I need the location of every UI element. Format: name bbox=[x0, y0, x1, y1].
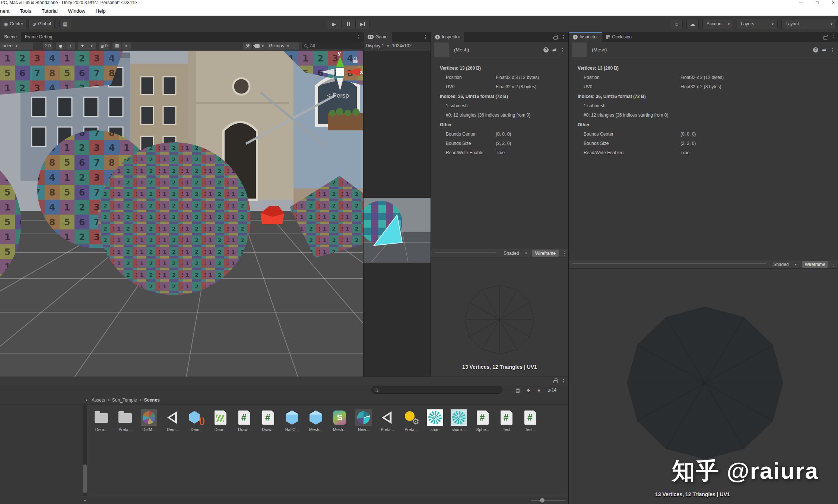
project-folder-tree[interactable] bbox=[0, 405, 83, 496]
project-search-field[interactable] bbox=[371, 386, 502, 394]
mesh-preview[interactable]: 13 Vertices, 12 Triangles | UV1 bbox=[431, 258, 568, 377]
thumbnail-size-slider[interactable] bbox=[531, 500, 565, 501]
filter-by-label-icon[interactable]: ◆ bbox=[527, 387, 530, 393]
menu-component[interactable]: nent bbox=[0, 8, 9, 14]
presets-icon[interactable]: ⇄ bbox=[552, 47, 556, 53]
tree-scrollbar[interactable] bbox=[83, 405, 87, 496]
gizmo-x-label[interactable]: x bbox=[360, 69, 363, 75]
toggle-2d-button[interactable]: 2D bbox=[43, 42, 53, 50]
scrollbar-thumb[interactable] bbox=[83, 465, 87, 493]
pivot-center-button[interactable]: ◉ Center bbox=[0, 19, 27, 29]
project-item[interactable]: Sphe... bbox=[474, 409, 491, 432]
game-menu-kebab-icon[interactable]: ⋮ bbox=[423, 34, 428, 39]
favorites-star-icon[interactable]: ★ bbox=[537, 387, 541, 393]
project-item[interactable]: Dem... bbox=[93, 409, 109, 432]
scene-camera-dropdown[interactable]: ▾ bbox=[253, 42, 266, 50]
lock-icon[interactable] bbox=[553, 37, 558, 39]
project-item[interactable]: Dem... bbox=[212, 409, 229, 432]
grid-snap-button[interactable]: ▦ bbox=[59, 19, 71, 29]
scene-audio-button[interactable]: ♪ bbox=[66, 42, 75, 50]
scene-search-input[interactable] bbox=[302, 42, 362, 49]
cloud-services-button[interactable]: ☁ bbox=[686, 19, 699, 29]
menu-window[interactable]: Window bbox=[68, 8, 85, 14]
project-item[interactable]: DefM... bbox=[141, 409, 157, 432]
project-item[interactable]: Draw... bbox=[236, 409, 253, 432]
scene-viewport[interactable]: 1234 5678 bbox=[0, 51, 363, 377]
preview-drag-handle[interactable] bbox=[435, 252, 496, 254]
kebab-icon[interactable]: ⋮ bbox=[830, 47, 835, 53]
scene-effects-dropdown[interactable]: ▾ bbox=[87, 42, 96, 50]
project-item[interactable]: Prefa... bbox=[379, 409, 396, 432]
breadcrumb-assets[interactable]: Assets bbox=[92, 397, 105, 403]
project-search-input[interactable] bbox=[380, 387, 492, 393]
project-item[interactable]: New... bbox=[355, 409, 372, 432]
preview-kebab-icon[interactable]: ⋮ bbox=[831, 262, 837, 267]
collapse-arrow-icon[interactable]: ▲ bbox=[85, 398, 89, 402]
breadcrumb-sun-temple[interactable]: Sun_Temple bbox=[112, 397, 137, 403]
play-button[interactable]: ▶ bbox=[327, 19, 341, 29]
project-item[interactable]: Mesh... bbox=[331, 409, 348, 432]
display-dropdown[interactable]: Display 1 bbox=[366, 43, 384, 48]
scene-lighting-button[interactable] bbox=[56, 42, 65, 50]
project-kebab-icon[interactable]: ⋮ bbox=[561, 378, 566, 384]
menu-help[interactable]: Help bbox=[96, 8, 106, 14]
pause-button[interactable] bbox=[341, 19, 355, 29]
project-item[interactable]: Prefa... bbox=[403, 409, 419, 432]
project-item[interactable]: Draw... bbox=[260, 409, 276, 432]
project-item[interactable]: Test... bbox=[522, 409, 539, 432]
preview-packages-button[interactable]: ☼ bbox=[671, 19, 683, 29]
tab-game[interactable]: Game bbox=[364, 32, 392, 42]
filter-by-type-icon[interactable]: ▤ bbox=[515, 387, 520, 393]
project-item[interactable]: HalfC... bbox=[284, 409, 300, 432]
preview-drag-handle[interactable] bbox=[572, 263, 766, 265]
scene-grid-dropdown[interactable]: ▾ bbox=[122, 42, 131, 50]
project-item[interactable]: Test bbox=[498, 409, 515, 432]
preview-wireframe-toggle[interactable]: Wireframe bbox=[802, 261, 828, 268]
step-button[interactable]: ▶ bbox=[355, 19, 369, 29]
tab-inspector-left[interactable]: i Inspector bbox=[431, 32, 464, 42]
layers-dropdown[interactable]: Layers ▾ bbox=[737, 19, 778, 29]
maximize-button[interactable]: □ bbox=[816, 0, 819, 5]
scene-effects-button[interactable]: ✦ bbox=[78, 42, 87, 50]
project-item[interactable]: Dem... bbox=[188, 409, 205, 432]
preview-kebab-icon[interactable]: ⋮ bbox=[562, 251, 567, 256]
help-icon[interactable]: ? bbox=[543, 47, 549, 53]
preview-wireframe-toggle[interactable]: Wireframe bbox=[532, 250, 559, 257]
gizmos-dropdown[interactable]: Gizmos ▾ bbox=[266, 42, 299, 50]
tab-inspector-right[interactable]: i Inspector bbox=[569, 32, 602, 42]
gizmo-y-label[interactable]: y bbox=[338, 51, 341, 56]
tab-scene[interactable]: Scene bbox=[0, 32, 21, 42]
project-item[interactable]: Dem... bbox=[165, 409, 181, 432]
resolution-dropdown[interactable]: 1024x102 bbox=[392, 43, 412, 48]
presets-icon[interactable]: ⇄ bbox=[822, 47, 826, 53]
minimize-button[interactable]: — bbox=[799, 0, 803, 5]
scene-menu-kebab-icon[interactable]: ⋮ bbox=[356, 34, 361, 39]
layout-dropdown[interactable]: Layout ▾ bbox=[781, 19, 837, 29]
lock-icon[interactable] bbox=[823, 37, 827, 39]
inspector-kebab-icon[interactable]: ⋮ bbox=[831, 34, 836, 39]
scene-tools-button[interactable]: ⚒ bbox=[243, 42, 252, 50]
project-item[interactable]: shanx... bbox=[451, 409, 467, 432]
breadcrumb-scenes[interactable]: Scenes bbox=[144, 397, 160, 403]
project-item[interactable]: Mesh... bbox=[308, 409, 324, 432]
help-icon[interactable]: ? bbox=[813, 47, 818, 53]
close-button[interactable]: ✕ bbox=[831, 0, 835, 5]
menu-tools[interactable]: Tools bbox=[20, 8, 31, 14]
scene-grid-button[interactable]: ▦ bbox=[112, 42, 121, 50]
inspector-kebab-icon[interactable]: ⋮ bbox=[561, 34, 566, 39]
project-item[interactable]: Prefa... bbox=[117, 409, 133, 432]
draw-mode-dropdown[interactable]: aded ▾ bbox=[0, 42, 33, 50]
lock-icon[interactable] bbox=[553, 380, 558, 383]
tab-frame-debug[interactable]: Frame Debug bbox=[21, 32, 56, 42]
preview-shaded-dropdown[interactable]: Shaded ▾ bbox=[501, 250, 529, 257]
menu-tutorial[interactable]: Tutorial bbox=[42, 8, 58, 14]
preview-shaded-dropdown[interactable]: Shaded ▾ bbox=[771, 261, 799, 268]
project-item[interactable]: shan bbox=[427, 409, 443, 432]
kebab-icon[interactable]: ⋮ bbox=[560, 47, 565, 53]
hidden-objects-button[interactable]: ⌀ 0 bbox=[99, 42, 109, 50]
tab-occlusion[interactable]: Occlusion bbox=[602, 32, 636, 42]
hidden-packages-count[interactable]: ⌀ 14 bbox=[548, 387, 556, 393]
pivot-global-button[interactable]: ⊕ Global bbox=[28, 19, 55, 29]
persp-label[interactable]: < Persp bbox=[327, 92, 349, 99]
scroll-down-arrow-icon[interactable]: ▼ bbox=[83, 499, 87, 503]
